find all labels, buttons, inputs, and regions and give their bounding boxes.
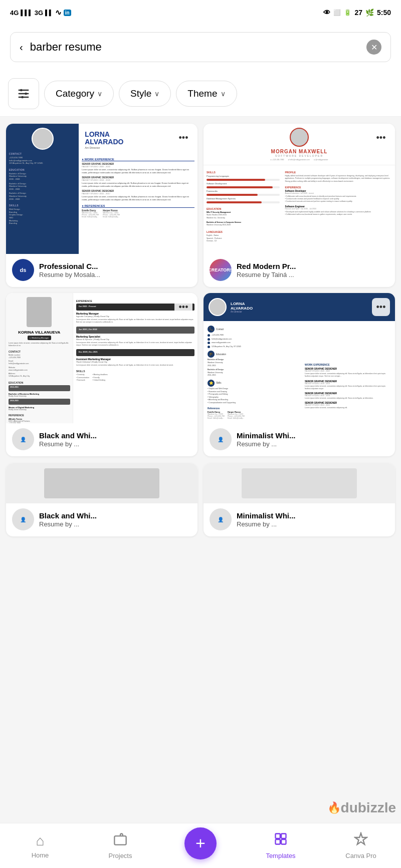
- network-signal: ▌▌▌: [21, 10, 32, 16]
- card-6-title: Minimalist Whi...: [237, 511, 389, 520]
- network-4g: 4G: [10, 9, 19, 17]
- back-button[interactable]: ‹: [20, 42, 23, 53]
- card-1[interactable]: CONTACT +123-456-7890 hello@reallygreats…: [6, 124, 197, 287]
- svg-point-3: [20, 89, 23, 92]
- card-4-text: Minimalist Whi... Resume by ...: [237, 431, 389, 448]
- templates-icon: [274, 832, 288, 849]
- card-4[interactable]: LORNAALVARADO Art Director 📞 Contact +12…: [204, 293, 395, 456]
- card-4-more-btn[interactable]: •••: [372, 298, 390, 316]
- card-5-text: Black and Whi... Resume by ...: [39, 511, 191, 528]
- card-2-subtitle: Resume by Tainá ...: [237, 271, 389, 278]
- card-5-partial[interactable]: 👤 Black and Whi... Resume by ...: [6, 463, 197, 536]
- status-right: 👁 ⬜ 🔋 27 🌿 5:50: [323, 9, 391, 17]
- network-signal2: ▌▌: [45, 10, 53, 16]
- card-1-avatar: ds: [12, 259, 34, 281]
- search-container: ‹ ✕: [0, 25, 401, 71]
- nav-add[interactable]: +: [160, 827, 241, 864]
- card-1-title: Professional C...: [39, 262, 191, 270]
- more-dots-icon: •••: [179, 133, 188, 143]
- card-2-text: Red Modern Pr... Resume by Tainá ...: [237, 262, 389, 278]
- card-6-avatar: 👤: [210, 508, 232, 530]
- add-button[interactable]: +: [184, 827, 217, 859]
- style-label: Style: [130, 88, 151, 99]
- leaf-icon: 🌿: [365, 9, 374, 17]
- card-3-avatar: 👤: [12, 428, 34, 450]
- home-icon: ⌂: [36, 833, 45, 849]
- card-2-image: MORGAN MAXWELL SOFTWARE DEVELOPER ● +123…: [204, 124, 395, 254]
- nav-projects[interactable]: Projects: [80, 832, 160, 859]
- svg-rect-10: [276, 839, 280, 844]
- card-3-more-btn[interactable]: •••: [174, 298, 192, 316]
- more-dots-icon-4: •••: [376, 302, 386, 313]
- card-3-text: Black and Whi... Resume by ...: [39, 431, 191, 448]
- canva-pro-icon: [354, 832, 368, 849]
- filter-row: Category ∨ Style ∨ Theme ∨: [0, 71, 401, 117]
- card-3-info: 👤 Black and Whi... Resume by ...: [6, 423, 197, 456]
- nav-templates-label: Templates: [266, 852, 295, 859]
- nav-templates[interactable]: Templates: [241, 832, 321, 859]
- card-1-more-btn[interactable]: •••: [174, 129, 192, 147]
- svg-rect-9: [281, 834, 286, 838]
- battery-percent: 27: [354, 9, 362, 17]
- flame-icon: 🔥: [327, 801, 341, 814]
- card-4-image: LORNAALVARADO Art Director 📞 Contact +12…: [204, 293, 395, 423]
- card-6-text: Minimalist Whi... Resume by ...: [237, 511, 389, 528]
- clear-icon: ✕: [371, 43, 377, 52]
- projects-icon: [113, 832, 127, 849]
- watermark: 🔥 dubizzle: [251, 793, 401, 823]
- nav-canva-pro[interactable]: Canva Pro: [321, 832, 401, 859]
- spacer: [0, 543, 401, 594]
- card-5-avatar: 👤: [12, 508, 34, 530]
- card-3-subtitle: Resume by ...: [39, 440, 191, 448]
- bottom-nav: ⌂ Home Projects + Templates: [0, 823, 401, 868]
- clear-button[interactable]: ✕: [366, 40, 381, 55]
- battery-level: 🔋: [344, 9, 351, 16]
- wifi-icon: ∿: [55, 8, 62, 17]
- more-dots-icon-3: •••: [179, 302, 188, 313]
- nav-home[interactable]: ⌂ Home: [0, 833, 80, 859]
- card-5-title: Black and Whi...: [39, 511, 191, 520]
- category-chevron: ∨: [97, 90, 102, 98]
- card-4-info: 👤 Minimalist Whi... Resume by ...: [204, 423, 395, 456]
- card-2-avatar: CREATORS: [210, 259, 232, 281]
- results-grid: CONTACT +123-456-7890 hello@reallygreats…: [0, 117, 401, 463]
- card-6-info: 👤 Minimalist Whi... Resume by ...: [204, 503, 395, 536]
- card-2-title: Red Modern Pr...: [237, 262, 389, 270]
- filter-sliders-icon: [17, 87, 31, 101]
- watermark-text: dubizzle: [341, 800, 396, 816]
- sd-icon: ⬜: [333, 9, 341, 16]
- card-4-subtitle: Resume by ...: [237, 440, 389, 448]
- eye-icon: 👁: [323, 9, 330, 17]
- time-display: 5:50: [377, 9, 391, 17]
- category-filter[interactable]: Category ∨: [44, 81, 114, 107]
- svg-point-5: [21, 96, 24, 99]
- more-dots-icon-2: •••: [376, 133, 386, 143]
- card-1-image: CONTACT +123-456-7890 hello@reallygreats…: [6, 124, 197, 254]
- card-2-more-btn[interactable]: •••: [372, 129, 390, 147]
- search-bar[interactable]: ‹ ✕: [10, 32, 391, 62]
- card-2[interactable]: MORGAN MAXWELL SOFTWARE DEVELOPER ● +123…: [204, 124, 395, 287]
- card-3-image: KORINA VILLANUEVA ▷ Marketing Manager Lo…: [6, 293, 197, 423]
- style-chevron: ∨: [154, 90, 159, 98]
- card-5-subtitle: Resume by ...: [39, 520, 191, 528]
- style-filter[interactable]: Style ∨: [119, 81, 171, 107]
- partial-row: 👤 Black and Whi... Resume by ... 👤 Minim…: [0, 463, 401, 543]
- filter-icon-button[interactable]: [8, 78, 39, 109]
- card-6-partial[interactable]: 👤 Minimalist Whi... Resume by ...: [204, 463, 395, 536]
- status-bar: 4G ▌▌▌ 3G ▌▌ ∿ in 👁 ⬜ 🔋 27 🌿 5:50: [0, 0, 401, 25]
- card-5-info: 👤 Black and Whi... Resume by ...: [6, 503, 197, 536]
- svg-rect-11: [281, 839, 286, 844]
- card-6-subtitle: Resume by ...: [237, 520, 389, 528]
- theme-filter[interactable]: Theme ∨: [176, 81, 237, 107]
- nav-canva-pro-label: Canva Pro: [345, 852, 376, 859]
- card-1-subtitle: Resume by Mosala...: [39, 271, 191, 278]
- status-left: 4G ▌▌▌ 3G ▌▌ ∿ in: [10, 8, 71, 17]
- svg-rect-6: [114, 836, 126, 845]
- card-3[interactable]: KORINA VILLANUEVA ▷ Marketing Manager Lo…: [6, 293, 197, 456]
- add-icon: +: [195, 834, 206, 851]
- theme-label: Theme: [187, 88, 217, 99]
- card-4-title: Minimalist Whi...: [237, 431, 389, 440]
- search-input[interactable]: [30, 41, 359, 54]
- card-4-avatar: 👤: [210, 428, 232, 450]
- card-1-info: ds Professional C... Resume by Mosala...: [6, 254, 197, 287]
